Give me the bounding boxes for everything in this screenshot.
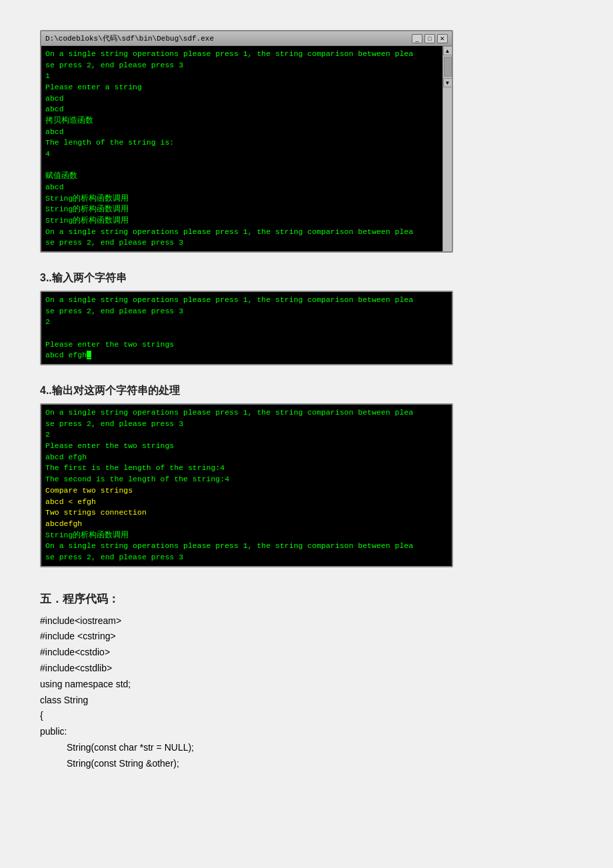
scrollbar-up-button[interactable]: ▲ — [443, 46, 452, 55]
terminal-line: abcd — [45, 127, 438, 138]
terminal-line — [45, 328, 448, 339]
terminal-section-1: D:\codebloks\代码\sdf\bin\Debug\sdf.exe _ … — [40, 30, 573, 253]
terminal-line: Please enter a string — [45, 82, 438, 93]
terminal-line: Two strings connection — [45, 507, 448, 519]
terminal-line: On a single string operations please pre… — [45, 49, 438, 60]
titlebar-buttons: _ □ ✕ — [412, 34, 448, 43]
code-block: #include<iostream> #include <cstring> #i… — [40, 613, 573, 772]
code-line: using namespace std; — [40, 677, 573, 693]
terminal-line: se press 2, end please press 3 — [45, 552, 448, 563]
terminal-line: abcd < efgh — [45, 497, 448, 508]
terminal-line: 赋值函数 — [45, 171, 438, 182]
terminal-line: abcd — [45, 182, 438, 193]
terminal-body-container-1: On a single string operations please pre… — [41, 46, 452, 251]
section-4-title: 五．程序代码： — [40, 591, 573, 607]
code-line: { — [40, 708, 573, 724]
terminal-line: The second is the length of the string:4 — [45, 474, 448, 485]
terminal-line: Please enter the two strings — [45, 441, 448, 452]
terminal-line: abcd efgh_ — [45, 350, 448, 361]
section-2: 3..输入两个字符串 On a single string operations… — [40, 271, 573, 365]
section-3: 4..输出对这两个字符串的处理 On a single string opera… — [40, 384, 573, 567]
terminal-line: String的析构函数调用 — [45, 193, 438, 205]
terminal-line: se press 2, end please press 3 — [45, 60, 438, 71]
code-line: String(const String &other); — [40, 756, 573, 772]
terminal-content-3: On a single string operations please pre… — [41, 405, 452, 565]
terminal-line: se press 2, end please press 3 — [45, 419, 448, 430]
code-line: #include<iostream> — [40, 613, 573, 629]
terminal-line — [45, 160, 438, 171]
terminal-line: se press 2, end please press 3 — [45, 306, 448, 317]
terminal-line: On a single string operations please pre… — [45, 295, 448, 306]
terminal-line: On a single string operations please pre… — [45, 407, 448, 419]
terminal-line: Please enter the two strings — [45, 339, 448, 351]
scrollbar-down-button[interactable]: ▼ — [443, 78, 452, 87]
code-line: #include<cstdlib> — [40, 661, 573, 677]
code-line: #include<cstdio> — [40, 645, 573, 661]
section-4-code: 五．程序代码： #include<iostream> #include <cst… — [40, 591, 573, 772]
terminal-line: String的析构函数调用 — [45, 215, 438, 227]
terminal-content-1: On a single string operations please pre… — [41, 46, 442, 251]
section-3-title: 4..输出对这两个字符串的处理 — [40, 384, 573, 398]
terminal-line: abcd — [45, 93, 438, 105]
terminal-line: String的析构函数调用 — [45, 204, 438, 215]
scrollbar-thumb[interactable] — [444, 57, 452, 77]
terminal-line: The length of the string is: — [45, 137, 438, 149]
terminal-line: On a single string operations please pre… — [45, 541, 448, 552]
terminal-window-3: On a single string operations please pre… — [40, 403, 453, 567]
maximize-button[interactable]: □ — [424, 34, 435, 43]
terminal-titlebar-1: D:\codebloks\代码\sdf\bin\Debug\sdf.exe _ … — [41, 31, 452, 46]
terminal-window-1: D:\codebloks\代码\sdf\bin\Debug\sdf.exe _ … — [40, 30, 453, 253]
terminal-title-text: D:\codebloks\代码\sdf\bin\Debug\sdf.exe — [45, 33, 214, 43]
terminal-line: 1 — [45, 71, 438, 82]
terminal-line: Compare two strings — [45, 485, 448, 497]
terminal-scrollbar-1[interactable]: ▲ ▼ — [442, 46, 452, 251]
close-button[interactable]: ✕ — [437, 34, 448, 43]
code-line: public: — [40, 724, 573, 740]
terminal-line: On a single string operations please pre… — [45, 227, 438, 238]
terminal-line: abcd — [45, 104, 438, 115]
code-line: String(const char *str = NULL); — [40, 740, 573, 756]
terminal-line: se press 2, end please press 3 — [45, 237, 438, 249]
terminal-line: abcdefgh — [45, 519, 448, 530]
terminal-window-2: On a single string operations please pre… — [40, 291, 453, 365]
terminal-line: 2 — [45, 317, 448, 328]
code-line: class String — [40, 693, 573, 709]
section-2-title: 3..输入两个字符串 — [40, 271, 573, 285]
terminal-line: 4 — [45, 149, 438, 160]
code-line: #include <cstring> — [40, 629, 573, 645]
minimize-button[interactable]: _ — [412, 34, 422, 43]
terminal-line: The first is the length of the string:4 — [45, 463, 448, 474]
terminal-content-2: On a single string operations please pre… — [41, 292, 452, 364]
terminal-line: 拷贝构造函数 — [45, 115, 438, 127]
terminal-line: abcd efgh — [45, 452, 448, 463]
terminal-line: 2 — [45, 429, 448, 441]
terminal-line: String的析构函数调用 — [45, 530, 448, 541]
